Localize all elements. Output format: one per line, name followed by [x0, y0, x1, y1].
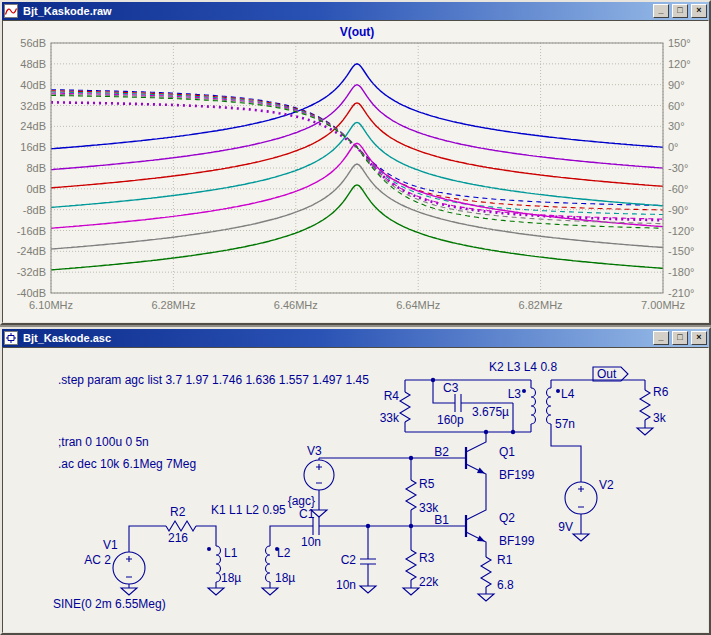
- y-right-tick-label: -90°: [668, 204, 688, 216]
- label-q2-value: BF199: [499, 534, 535, 548]
- y-right-tick-label: -30°: [668, 162, 688, 174]
- transistors[interactable]: [466, 447, 485, 542]
- waveform-pane: 56dB150°48dB120°40dB90°32dB60°24dB30°16d…: [2, 20, 709, 323]
- label-l3-name: L3: [508, 387, 522, 401]
- phase-trace-agc-1.557: [51, 93, 663, 219]
- y-left-tick-label: 24dB: [20, 120, 46, 132]
- label-v1-value2: SINE(0 2m 6.55Meg): [53, 597, 166, 611]
- y-left-tick-label: -16dB: [17, 225, 46, 237]
- waveform-window-icon[interactable]: [4, 4, 18, 18]
- net-label-out[interactable]: Out: [597, 367, 617, 381]
- y-right-tick-label: 150°: [668, 37, 691, 49]
- label-r2-value: 216: [168, 531, 188, 545]
- label-l2-name: L2: [277, 546, 291, 560]
- maximize-button[interactable]: □: [672, 4, 688, 18]
- phase-dot-l1: [207, 547, 211, 551]
- label-r2-name: R2: [170, 505, 186, 519]
- x-tick-label: 6.10MHz: [29, 299, 73, 311]
- phase-trace-agc-1.636: [51, 92, 663, 215]
- minimize-button[interactable]: _: [653, 4, 669, 18]
- resistor-bodies[interactable]: [166, 390, 650, 587]
- label-c2-value: 10n: [336, 578, 356, 592]
- coupling-k1[interactable]: K1 L1 L2 0.95: [211, 503, 286, 517]
- x-tick-label: 6.64MHz: [396, 299, 440, 311]
- label-l1-name: L1: [224, 546, 238, 560]
- inductor-l2: [266, 546, 271, 582]
- y-left-tick-label: -32dB: [17, 266, 46, 278]
- waveform-titlebar[interactable]: Bjt_Kaskode.raw _ □ ×: [2, 2, 709, 20]
- y-right-tick-label: -180°: [668, 266, 694, 278]
- ground-symbols: [121, 428, 653, 601]
- resistor-r2: [166, 521, 196, 531]
- y-left-tick-label: 48dB: [20, 58, 46, 70]
- phase-trace-agc-1.497: [51, 94, 663, 223]
- label-r3-value: 22k: [419, 575, 439, 589]
- minimize-button[interactable]: _: [653, 331, 669, 345]
- y-left-tick-label: -24dB: [17, 245, 46, 257]
- label-c1-value: 10n: [301, 535, 321, 549]
- resistor-r4: [400, 392, 410, 422]
- schematic-window-icon[interactable]: [4, 331, 18, 345]
- x-tick-label: 6.28MHz: [151, 299, 195, 311]
- net-label-b1[interactable]: B1: [434, 513, 449, 527]
- y-right-tick-label: 120°: [668, 58, 691, 70]
- label-l1-value: 18µ: [221, 571, 241, 585]
- schematic-window-title: Bjt_Kaskode.asc: [21, 330, 650, 346]
- plot-traces: [51, 64, 663, 270]
- resistor-r5: [406, 480, 416, 510]
- y-right-tick-label: 90°: [668, 79, 685, 91]
- label-v1-name: V1: [103, 538, 118, 552]
- y-right-tick-label: 60°: [668, 100, 685, 112]
- schematic-window: Bjt_Kaskode.asc _ □ ×: [0, 327, 711, 635]
- label-v1-value: AC 2: [84, 553, 111, 567]
- y-right-tick-label: -210°: [668, 287, 694, 299]
- schematic-titlebar[interactable]: Bjt_Kaskode.asc _ □ ×: [2, 329, 709, 347]
- magnitude-trace-agc-1.557: [51, 143, 663, 228]
- y-left-tick-label: 32dB: [20, 100, 46, 112]
- y-right-tick-label: 0°: [668, 141, 679, 153]
- label-l4-value: 57n: [555, 417, 575, 431]
- resistor-r6: [640, 390, 650, 420]
- label-r5-name: R5: [419, 477, 435, 491]
- maximize-button[interactable]: □: [672, 331, 688, 345]
- y-left-tick-label: -40dB: [17, 287, 46, 299]
- label-q1-value: BF199: [499, 468, 535, 482]
- label-c3-name: C3: [443, 381, 459, 395]
- directive-ac[interactable]: .ac dec 10k 6.1Meg 7Meg: [58, 457, 196, 471]
- magnitude-trace-agc-3.7: [51, 64, 663, 149]
- schematic-canvas[interactable]: .step param agc list 3.7 1.97 1.746 1.63…: [3, 348, 706, 632]
- label-r3-name: R3: [419, 551, 435, 565]
- label-r4-value: 33k: [380, 411, 400, 425]
- directive-step[interactable]: .step param agc list 3.7 1.97 1.746 1.63…: [58, 373, 369, 387]
- coupling-k2[interactable]: K2 L3 L4 0.8: [489, 360, 557, 374]
- y-left-tick-label: 56dB: [20, 37, 46, 49]
- inductor-l4: [547, 388, 552, 424]
- close-button[interactable]: ×: [691, 4, 707, 18]
- plot-title[interactable]: V(out): [340, 25, 375, 39]
- label-q2-name: Q2: [499, 511, 515, 525]
- phase-dot-l4: [556, 389, 560, 393]
- inductor-l1: [216, 546, 221, 582]
- waveform-window: Bjt_Kaskode.raw _ □ × 56dB150°48dB120°40…: [0, 0, 711, 325]
- label-r6-name: R6: [653, 385, 669, 399]
- plot-grid: [51, 43, 663, 293]
- schematic-pane: .step param agc list 3.7 1.97 1.746 1.63…: [2, 347, 709, 633]
- label-c2-name: C2: [341, 553, 357, 567]
- directive-tran[interactable]: ;tran 0 100u 0 5n: [58, 435, 149, 449]
- phase-trace-agc-1.746: [51, 91, 663, 210]
- plot-ticks: 56dB150°48dB120°40dB90°32dB60°24dB30°16d…: [17, 37, 695, 311]
- resistor-r3: [406, 550, 416, 580]
- net-label-b2[interactable]: B2: [434, 445, 449, 459]
- label-r1-value: 6.8: [497, 578, 514, 592]
- label-v3-value: {agc}: [288, 494, 315, 508]
- label-r5-value: 33k: [419, 501, 439, 515]
- close-button[interactable]: ×: [691, 331, 707, 345]
- resistor-r1: [481, 557, 491, 587]
- inductor-l3: [531, 388, 536, 424]
- waveform-plot: 56dB150°48dB120°40dB90°32dB60°24dB30°16d…: [3, 21, 706, 322]
- y-left-tick-label: 40dB: [20, 79, 46, 91]
- y-right-tick-label: -60°: [668, 183, 688, 195]
- magnitude-trace-agc-1.746: [51, 103, 663, 188]
- y-left-tick-label: 8dB: [26, 162, 46, 174]
- label-r4-name: R4: [384, 389, 400, 403]
